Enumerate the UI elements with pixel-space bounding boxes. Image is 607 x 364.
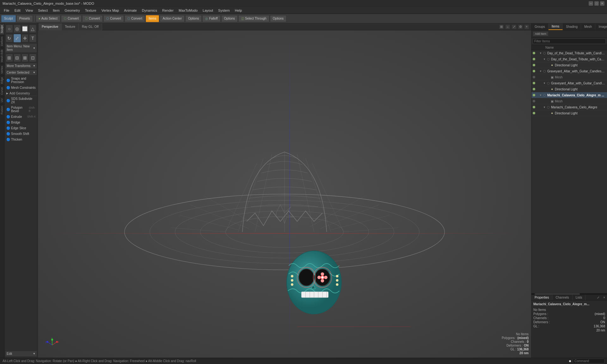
items-button[interactable]: Items [146,15,159,22]
center-selected-dropdown[interactable]: Center Selected ▼ [5,70,37,76]
bridge-item[interactable]: 🔵 Bridge [5,119,37,125]
falloff-button[interactable]: ◎ Falloff [202,15,220,22]
viewport-tab-raygl[interactable]: Ray GL: Off [79,23,102,30]
expand-6[interactable]: ▼ [543,82,546,85]
list-item-11[interactable]: ✦ Directional Light [531,110,607,116]
list-item-5[interactable]: ▣ Mesh [531,74,607,80]
close-button[interactable]: ✕ [600,1,604,6]
viewport-icon-search[interactable]: ⌕ [505,24,510,29]
menu-system[interactable]: System [216,8,232,13]
select-through-button[interactable]: ◫ Select Through [238,15,269,22]
tool-icon-sphere[interactable]: ○ [6,25,13,33]
lists-tab[interactable]: Lists [573,295,586,300]
right-tab-shading[interactable]: Shading [563,24,581,30]
tool-icon-cylinder[interactable]: ⬜ [21,25,29,33]
expand-10[interactable]: ▼ [543,106,546,109]
sds-subdivide-item[interactable]: 🔵 SDS Subdivide 2X [5,96,37,105]
window-controls[interactable]: ─ □ ✕ [589,1,604,6]
convert-button-4[interactable]: ⬡ Convert [125,15,145,22]
options-button-1[interactable]: Options [185,15,202,22]
minimize-button[interactable]: ─ [589,1,593,6]
thicken-item[interactable]: 🔵 Thicken [5,136,37,142]
expand-11[interactable] [547,112,550,115]
right-tab-items[interactable]: Items [549,23,563,30]
left-tab-edge[interactable]: Edge [0,75,4,85]
menu-vertexmap[interactable]: Vertex Map [99,8,122,13]
expand-5[interactable] [547,76,550,79]
left-tab-curve[interactable]: Curve [0,85,4,96]
viewport-icon-fit[interactable]: ⤢ [512,24,517,29]
viewport-tab-texture[interactable]: Texture [62,23,79,30]
menu-geometry[interactable]: Geometry [62,8,82,13]
menu-edit[interactable]: Edit [12,8,23,13]
right-tab-images[interactable]: Images [595,24,607,30]
rb-expand-btn[interactable]: ⤢ [595,295,601,300]
menu-select[interactable]: Select [35,8,50,13]
expand-2[interactable]: ▼ [543,58,546,61]
options-button-3[interactable]: Options [270,15,286,22]
add-item-button[interactable]: Add Item [533,31,549,36]
tool-icon-ring[interactable]: ◎ [14,25,21,33]
list-item-3[interactable]: ✦ Directional Light [531,62,607,68]
menu-animate[interactable]: Animate [121,8,139,13]
list-item-1[interactable]: ▼ ⬡ Day_of_the_Dead_Tribute_with_Candles… [531,50,607,56]
viewport-3d[interactable]: X Z Y No Items Polygons : (mixed) Channe… [38,30,531,358]
left-tab-uv[interactable]: UV [0,96,4,104]
expand-4[interactable]: ▼ [539,70,542,73]
action-center-button[interactable]: Action Center [160,15,185,22]
menu-layout[interactable]: Layout [200,8,216,13]
sculpt-button[interactable]: Sculpt [1,15,16,22]
filter-items-input[interactable] [533,39,606,44]
tool-icon-rotate[interactable]: ↻ [6,34,13,42]
tool-icon-triangle[interactable]: △ [29,25,36,33]
item-menu-dropdown[interactable]: Item Menu: New Item ▼ [5,43,37,53]
channels-tab[interactable]: Channels [553,295,573,300]
expand-7[interactable] [547,88,550,91]
options-button-2[interactable]: Options [221,15,238,22]
expand-3[interactable] [547,64,550,67]
tool-icon-text[interactable]: T [29,34,36,42]
expand-1[interactable]: ▼ [539,52,542,55]
viewport-icon-layout[interactable]: ⊞ [499,24,504,29]
viewport-icon-plus[interactable]: + [524,24,529,29]
more-transforms-dropdown[interactable]: More Transforms ▼ [5,63,37,69]
list-item-10[interactable]: ▼ ⬡ Mariachi_Calavera_Cielo_Alegre [531,104,607,110]
menu-render[interactable]: Render [160,8,176,13]
presets-button[interactable]: Presets [16,15,33,22]
menu-item[interactable]: Item [50,8,62,13]
edit-dropdown[interactable]: Edit ▼ [5,351,37,357]
snaps-precision-item[interactable]: 🔵 Snaps and Precision [5,76,37,85]
add-geometry-section[interactable]: ▶ Add Geometry [5,91,37,96]
list-item-4[interactable]: ▼ ⬡ Graveyard_Altar_with_Guitar_Candles_… [531,68,607,74]
transform-icon-1[interactable]: ⊞ [6,54,13,62]
maximize-button[interactable]: □ [594,1,599,6]
list-item-6[interactable]: ▼ ⬡ Graveyard_Altar_with_Guitar_Candles_… [531,80,607,86]
transform-icon-3[interactable]: ⊠ [21,54,29,62]
list-item-2[interactable]: ▼ ⬡ Day_of_the_Dead_Tribute_with_Candle.… [531,56,607,62]
command-input[interactable] [573,359,604,363]
left-tab-sculpt[interactable]: Sculpt [0,23,4,35]
convert-button-2[interactable]: ⬡ Convert [82,15,103,22]
expand-9[interactable] [547,100,550,103]
convert-button-3[interactable]: ⬡ Convert [103,15,124,22]
list-item-7[interactable]: ✦ Directional Light [531,86,607,92]
convert-button-1[interactable]: ⬡ Convert [61,15,82,22]
extrude-item[interactable]: 🔵 Extrude Shift-X [5,114,37,119]
smooth-shift-item[interactable]: 🔵 Smooth Shift [5,131,37,136]
menu-dynamics[interactable]: Dynamics [139,8,160,13]
menu-file[interactable]: File [1,8,12,13]
list-item-8[interactable]: ▼ ⬡ Mariachi_Calavera_Cielo_Alegre_m ... [531,92,607,98]
left-tab-mesh-edit[interactable]: Mesh Edit [0,48,4,64]
menu-help[interactable]: Help [232,8,245,13]
transform-icon-4[interactable]: ⊡ [29,54,36,62]
menu-view[interactable]: View [23,8,36,13]
right-tab-groups[interactable]: Groups [531,24,549,30]
right-tab-mesh[interactable]: Mesh [581,24,595,30]
left-tab-fusion[interactable]: Fusion [0,104,4,116]
menu-maxtomodo[interactable]: MaxToModo [176,8,200,13]
menu-texture[interactable]: Texture [83,8,99,13]
rb-close-btn[interactable]: × [601,295,607,300]
expand-8[interactable]: ▼ [539,94,542,97]
tool-icon-scale[interactable]: ⤢ [14,34,21,42]
viewport-tab-perspective[interactable]: Perspective [39,23,62,30]
